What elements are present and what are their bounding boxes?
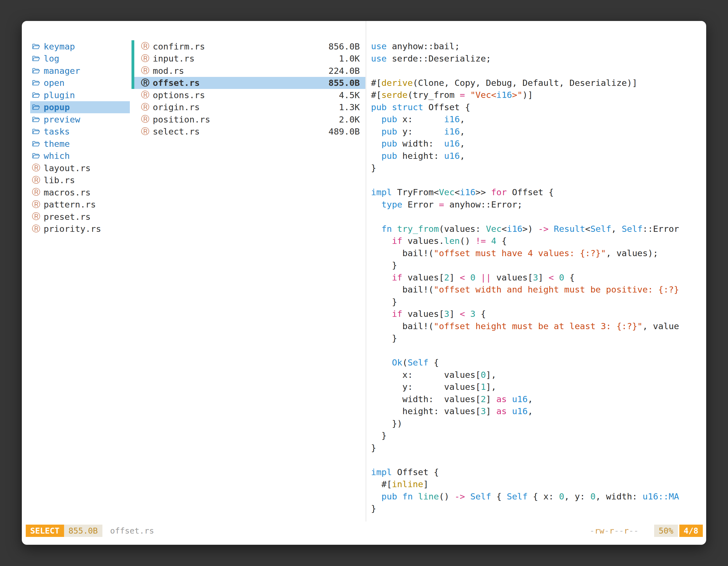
folder-icon bbox=[32, 116, 44, 123]
code-line: } bbox=[371, 502, 704, 515]
item-name: which bbox=[44, 151, 128, 161]
file-row[interactable]: Ⓡmod.rs224.0B bbox=[134, 65, 365, 77]
item-name: offset.rs bbox=[153, 78, 328, 88]
item-name: mod.rs bbox=[153, 66, 328, 76]
item-name: input.rs bbox=[153, 53, 339, 64]
dir-row[interactable]: theme bbox=[30, 138, 130, 150]
code-line: height: values[3] as u16, bbox=[371, 405, 704, 417]
file-row[interactable]: Ⓡorigin.rs1.3K bbox=[134, 101, 365, 114]
file-row[interactable]: Ⓡpriority.rs bbox=[30, 223, 130, 235]
permissions: -rw-r--r-- bbox=[590, 526, 639, 536]
rust-file-icon: Ⓡ bbox=[32, 199, 44, 210]
file-row[interactable]: Ⓡconfirm.rs856.0B bbox=[134, 40, 365, 53]
code-line: width: values[2] as u16, bbox=[371, 393, 704, 405]
code-line: if values.len() != 4 { bbox=[371, 235, 704, 247]
rust-file-icon: Ⓡ bbox=[141, 89, 153, 101]
code-line bbox=[371, 174, 704, 187]
dir-row[interactable]: popup bbox=[30, 101, 130, 114]
item-name: popup bbox=[44, 102, 128, 112]
dir-row[interactable]: which bbox=[30, 150, 130, 162]
status-bar: SELECT 855.0B offset.rs -rw-r--r-- 50% 4… bbox=[26, 525, 703, 537]
item-name: lib.rs bbox=[44, 175, 128, 185]
file-row[interactable]: Ⓡoffset.rs855.0B bbox=[134, 77, 365, 89]
code-line: #[derive(Clone, Copy, Debug, Default, De… bbox=[371, 77, 704, 89]
dir-row[interactable]: open bbox=[30, 77, 130, 89]
position-badge: 4/8 bbox=[679, 525, 703, 537]
code-line: } bbox=[371, 296, 704, 308]
code-line: impl Offset { bbox=[371, 466, 704, 478]
file-row[interactable]: Ⓡposition.rs2.0K bbox=[134, 113, 365, 126]
file-row[interactable]: Ⓡoptions.rs4.5K bbox=[134, 89, 365, 101]
file-row[interactable]: Ⓡpattern.rs bbox=[30, 199, 130, 211]
file-size: 489.0B bbox=[328, 126, 360, 137]
status-file-name: offset.rs bbox=[110, 526, 154, 536]
dir-row[interactable]: preview bbox=[30, 113, 130, 126]
scroll-percent-badge: 50% bbox=[654, 525, 678, 537]
file-size: 1.0K bbox=[339, 53, 360, 64]
status-right: -rw-r--r-- 50% 4/8 bbox=[590, 525, 703, 537]
item-name: open bbox=[44, 78, 128, 88]
code-line: bail!("offset width and height must be p… bbox=[371, 283, 704, 296]
item-name: pattern.rs bbox=[44, 200, 128, 210]
folder-icon bbox=[32, 67, 44, 75]
code-line: if values[3] < 3 { bbox=[371, 308, 704, 320]
code-line: pub x: i16, bbox=[371, 113, 704, 126]
file-size: 4.5K bbox=[339, 90, 360, 100]
rust-file-icon: Ⓡ bbox=[141, 102, 153, 113]
item-name: preset.rs bbox=[44, 212, 128, 222]
code-line: }) bbox=[371, 417, 704, 430]
dir-row[interactable]: tasks bbox=[30, 126, 130, 138]
status-left: SELECT 855.0B offset.rs bbox=[26, 525, 154, 537]
item-name: theme bbox=[44, 139, 128, 149]
rust-file-icon: Ⓡ bbox=[141, 77, 153, 89]
code-line: } bbox=[371, 429, 704, 442]
item-name: origin.rs bbox=[153, 102, 339, 112]
code-line: type Error = anyhow::Error; bbox=[371, 199, 704, 211]
file-size: 856.0B bbox=[328, 41, 360, 51]
code-line: use serde::Deserialize; bbox=[371, 53, 704, 65]
file-manager-window: keymaplogmanageropenpluginpopuppreviewta… bbox=[22, 21, 706, 545]
item-name: layout.rs bbox=[44, 163, 128, 173]
code-line: #[inline] bbox=[371, 478, 704, 490]
file-row[interactable]: Ⓡinput.rs1.0K bbox=[134, 53, 365, 65]
file-row[interactable]: Ⓡlib.rs bbox=[30, 174, 130, 187]
code-line: bail!("offset must have 4 values: {:?}",… bbox=[371, 247, 704, 260]
file-row[interactable]: Ⓡmacros.rs bbox=[30, 186, 130, 199]
file-size: 224.0B bbox=[328, 66, 360, 76]
rust-file-icon: Ⓡ bbox=[141, 53, 153, 64]
code-line: bail!("offset height must be at least 3:… bbox=[371, 320, 704, 332]
dir-row[interactable]: keymap bbox=[30, 40, 130, 53]
visual-selection-bar[interactable] bbox=[131, 40, 134, 89]
rust-file-icon: Ⓡ bbox=[32, 187, 44, 198]
dir-row[interactable]: manager bbox=[30, 65, 130, 77]
folder-icon bbox=[32, 152, 44, 160]
file-row[interactable]: Ⓡlayout.rs bbox=[30, 162, 130, 174]
code-line: pub y: i16, bbox=[371, 126, 704, 138]
folder-icon bbox=[32, 43, 44, 50]
rust-file-icon: Ⓡ bbox=[141, 126, 153, 137]
code-line: if values[2] < 0 || values[3] < 0 { bbox=[371, 272, 704, 284]
file-row[interactable]: Ⓡpreset.rs bbox=[30, 211, 130, 223]
pane-separator bbox=[366, 21, 366, 522]
code-line: use anyhow::bail; bbox=[371, 40, 704, 53]
item-name: tasks bbox=[44, 126, 128, 137]
item-name: macros.rs bbox=[44, 187, 128, 198]
rust-file-icon: Ⓡ bbox=[32, 211, 44, 222]
code-line: y: values[1], bbox=[371, 381, 704, 393]
item-name: position.rs bbox=[153, 114, 339, 125]
dir-row[interactable]: log bbox=[30, 53, 130, 65]
status-file-size: 855.0B bbox=[64, 525, 102, 537]
folder-icon bbox=[32, 140, 44, 148]
item-name: log bbox=[44, 53, 128, 64]
code-line: pub struct Offset { bbox=[371, 101, 704, 114]
rust-file-icon: Ⓡ bbox=[141, 114, 153, 125]
code-line: #[serde(try_from = "Vec<i16>")] bbox=[371, 89, 704, 101]
rust-file-icon: Ⓡ bbox=[32, 162, 44, 174]
code-line bbox=[371, 211, 704, 223]
file-size: 2.0K bbox=[339, 114, 360, 125]
preview-pane: use anyhow::bail;use serde::Deserialize;… bbox=[371, 40, 704, 515]
dir-row[interactable]: plugin bbox=[30, 89, 130, 101]
file-row[interactable]: Ⓡselect.rs489.0B bbox=[134, 126, 365, 138]
folder-icon bbox=[32, 79, 44, 87]
code-line: fn try_from(values: Vec<i16>) -> Result<… bbox=[371, 223, 704, 235]
